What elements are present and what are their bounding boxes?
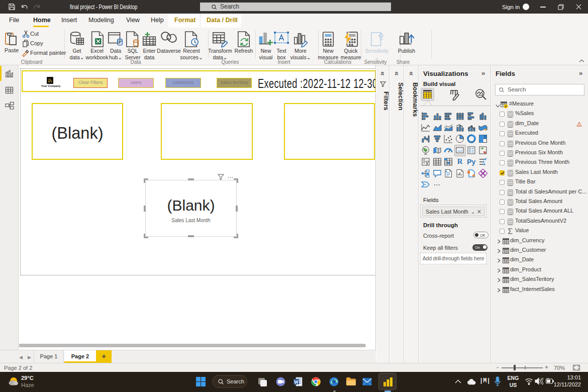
svg-text:123: 123 — [457, 149, 463, 152]
